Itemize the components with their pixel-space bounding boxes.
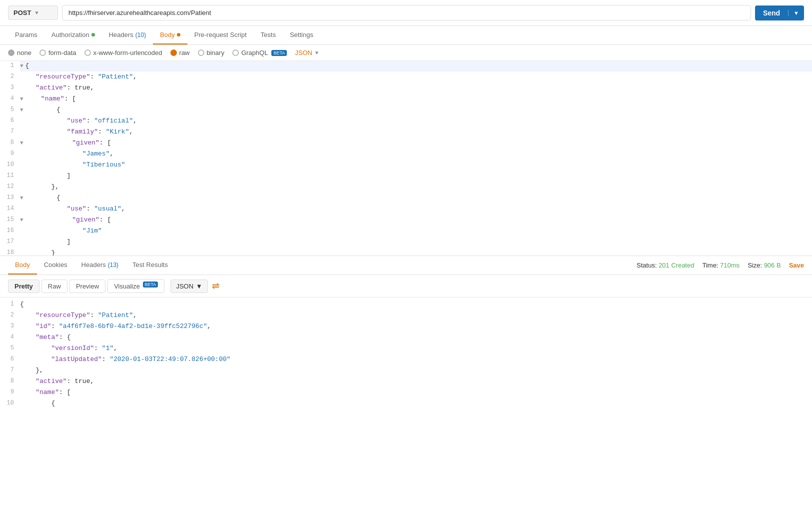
line-content: ▼ "given": [ [20,215,812,226]
option-binary[interactable]: binary [198,49,224,56]
line-content: "Tiberious" [20,160,812,170]
line-num: 6 [0,354,20,364]
tab-body[interactable]: Body [153,26,187,44]
option-graphql-label: GraphQL [241,49,268,56]
line-content: ▼ { [20,193,812,204]
time-text-label: Time: [702,262,720,269]
view-preview-button[interactable]: Preview [69,280,105,293]
line-content: "resourceType": "Patient", [20,310,812,321]
line-content: ▼{ [20,61,812,72]
status-value: 201 Created [659,262,695,269]
line-content: }, [20,366,812,376]
tab-settings-label: Settings [290,31,313,38]
radio-graphql [232,50,239,56]
request-body-editor[interactable]: 1 ▼{ 2 "resourceType": "Patient", 3 "act… [0,61,812,256]
option-raw[interactable]: raw [170,49,190,56]
option-form-data-label: form-data [48,49,76,56]
request-bar: POST ▼ Send ▼ [0,0,812,26]
tab-params-label: Params [15,31,37,38]
line-num: 12 [0,182,20,192]
tab-body-label: Body [160,31,175,38]
response-status-right: Status: 201 Created Time: 710ms Size: 90… [637,262,804,269]
format-label: JSON [295,49,312,56]
view-pretty-button[interactable]: Pretty [8,280,39,293]
resp-line-2: 2 "resourceType": "Patient", [0,310,812,322]
req-line-9: 9 "James", [0,149,812,160]
url-input[interactable] [62,5,751,20]
line-num: 18 [0,248,20,256]
tab-response-body[interactable]: Body [8,256,37,274]
line-num: 5 [0,344,20,353]
resp-line-5: 5 "versionId": "1", [0,344,812,354]
line-num: 9 [0,388,20,397]
radio-raw [170,50,177,56]
graphql-beta-badge: BETA [271,50,287,56]
line-num: 15 [0,215,20,224]
option-none[interactable]: none [8,49,31,56]
view-raw-button[interactable]: Raw [41,280,67,293]
req-line-18: 18 } [0,248,812,256]
resp-line-1: 1 { [0,300,812,310]
line-content: "id": "a4f6f7e8-6bf0-4af2-bd1e-39ffc5227… [20,322,812,332]
tab-response-cookies[interactable]: Cookies [37,256,74,274]
req-line-12: 12 }, [0,182,812,193]
line-num: 14 [0,204,20,214]
tab-pre-request[interactable]: Pre-request Script [187,26,254,44]
line-content: ▼ "name": [ [20,94,812,104]
line-content: ▼ { [20,105,812,116]
tab-test-results-label: Test Results [132,261,168,268]
tab-tests[interactable]: Tests [254,26,283,44]
visualize-beta-badge: BETA [143,282,158,288]
line-content: "name": [ [20,388,812,398]
line-num: 6 [0,116,20,126]
wrap-lines-icon[interactable]: ⇌ [212,280,219,292]
tab-headers[interactable]: Headers (10) [102,26,153,44]
tab-authorization[interactable]: Authorization [44,26,102,44]
tab-tests-label: Tests [261,31,276,38]
resp-line-3: 3 "id": "a4f6f7e8-6bf0-4af2-bd1e-39ffc52… [0,322,812,332]
tab-settings[interactable]: Settings [283,26,320,44]
response-tabs-left: Body Cookies Headers (13) Test Results [8,256,175,274]
response-tabs-row: Body Cookies Headers (13) Test Results S… [0,256,812,275]
send-dropdown-arrow[interactable]: ▼ [788,10,804,16]
option-urlencoded-label: x-www-form-urlencoded [93,49,162,56]
line-content: "family": "Kirk", [20,127,812,138]
tab-response-body-label: Body [15,261,30,268]
option-urlencoded[interactable]: x-www-form-urlencoded [84,49,162,56]
response-body-editor[interactable]: 1 { 2 "resourceType": "Patient", 3 "id":… [0,298,812,522]
method-select[interactable]: POST ▼ [8,6,58,20]
response-headers-badge: (13) [108,262,118,268]
line-content: "use": "usual", [20,204,812,214]
line-num: 2 [0,310,20,320]
line-num: 2 [0,72,20,82]
response-format-select[interactable]: JSON ▼ [170,280,208,293]
tab-response-headers[interactable]: Headers (13) [74,256,125,274]
line-num: 10 [0,160,20,170]
line-content: } [20,248,812,256]
option-form-data[interactable]: form-data [39,49,76,56]
req-line-16: 16 "Jim" [0,226,812,237]
resp-line-7: 7 }, [0,366,812,376]
line-content: ▼ "given": [ [20,138,812,148]
size-label: Size: 906 B [748,262,781,269]
size-text-label: Size: [748,262,764,269]
req-line-13: 13 ▼ { [0,193,812,204]
tab-test-results[interactable]: Test Results [125,256,175,274]
format-select[interactable]: JSON ▼ [295,49,319,56]
response-view-options: Pretty Raw Preview Visualize BETA JSON ▼… [0,275,812,298]
line-num: 13 [0,193,20,202]
save-response-button[interactable]: Save [789,262,804,269]
tab-params[interactable]: Params [8,26,44,44]
line-content: "use": "official", [20,116,812,126]
line-num: 17 [0,237,20,246]
request-section: POST ▼ Send ▼ Params Authorization Heade… [0,0,812,256]
tab-headers-label: Headers [109,31,133,38]
line-num: 3 [0,83,20,92]
tab-authorization-label: Authorization [51,31,89,38]
send-button[interactable]: Send ▼ [755,6,804,20]
view-visualize-button[interactable]: Visualize BETA [107,279,164,293]
time-value: 710ms [720,262,740,269]
line-num: 4 [0,94,20,104]
option-graphql[interactable]: GraphQL BETA [232,49,287,56]
response-format-arrow: ▼ [196,282,202,290]
